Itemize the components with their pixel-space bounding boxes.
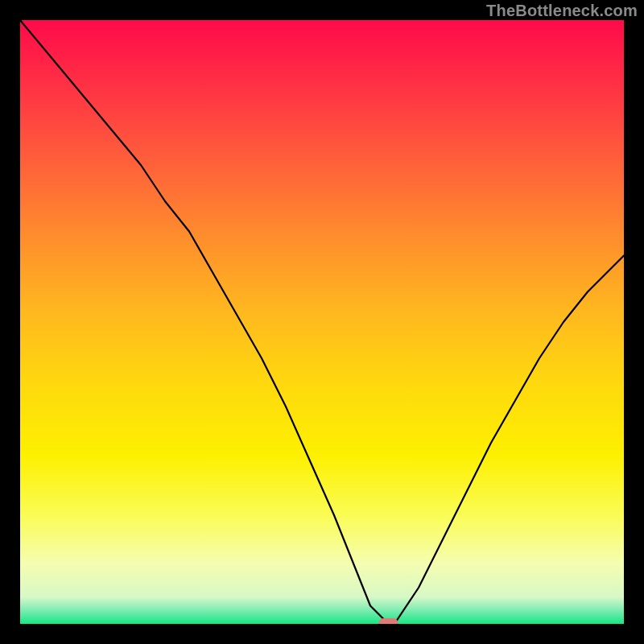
plot-svg — [20, 20, 624, 624]
chart-frame: TheBottleneck.com — [0, 0, 644, 644]
plot-background — [20, 20, 624, 624]
plot-area — [20, 20, 624, 624]
optimal-marker — [379, 618, 398, 624]
watermark-text: TheBottleneck.com — [486, 2, 638, 20]
